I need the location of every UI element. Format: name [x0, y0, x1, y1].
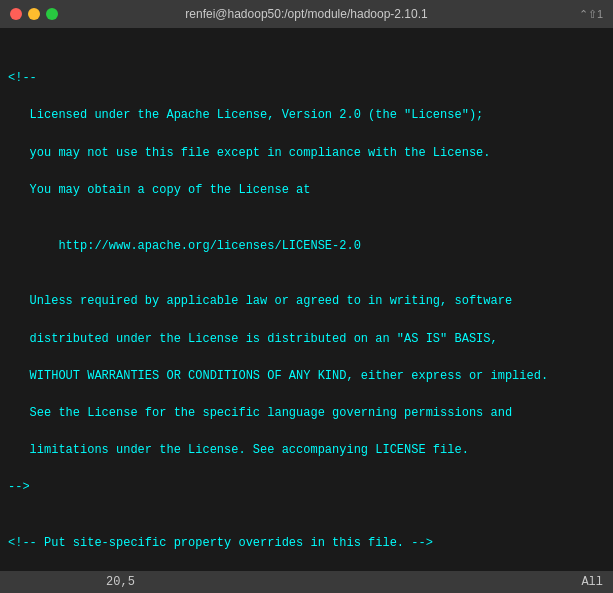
editor-content[interactable]: <!-- Licensed under the Apache License, … [0, 28, 613, 571]
line-12: WITHOUT WARRANTIES OR CONDITIONS OF ANY … [8, 367, 605, 386]
status-mode: All [135, 575, 603, 589]
window-title: renfei@hadoop50:/opt/module/hadoop-2.10.… [185, 7, 427, 21]
line-6: You may obtain a copy of the License at [8, 181, 605, 200]
line-11: distributed under the License is distrib… [8, 330, 605, 349]
terminal-window: renfei@hadoop50:/opt/module/hadoop-2.10.… [0, 0, 613, 593]
minimize-button[interactable] [28, 8, 40, 20]
line-14: limitations under the License. See accom… [8, 441, 605, 460]
statusbar: 20,5 All [0, 571, 613, 593]
code-area[interactable]: <!-- Licensed under the Apache License, … [8, 32, 605, 567]
line-5: you may not use this file except in comp… [8, 144, 605, 163]
close-button[interactable] [10, 8, 22, 20]
line-17: <!-- Put site-specific property override… [8, 534, 605, 553]
line-15: --> [8, 478, 605, 497]
line-10: Unless required by applicable law or agr… [8, 292, 605, 311]
titlebar: renfei@hadoop50:/opt/module/hadoop-2.10.… [0, 0, 613, 28]
line-13: See the License for the specific languag… [8, 404, 605, 423]
maximize-button[interactable] [46, 8, 58, 20]
traffic-lights [10, 8, 58, 20]
line-8: http://www.apache.org/licenses/LICENSE-2… [8, 237, 605, 256]
keyboard-shortcut: ⌃⇧1 [579, 8, 603, 21]
line-3: <!-- [8, 69, 605, 88]
line-4: Licensed under the Apache License, Versi… [8, 106, 605, 125]
cursor-position: 20,5 [106, 575, 135, 589]
